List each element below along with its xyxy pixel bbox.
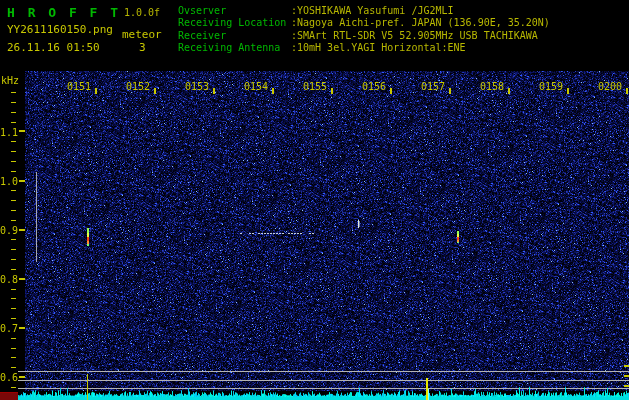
freq-tick-label: 0.6 [0,372,19,383]
info-label: Ovserver [178,5,291,16]
info-value: :10mH 3el.YAGI Horizontal:ENE [291,42,466,53]
freq-axis-unit: kHz [1,76,19,86]
time-tick-label: 0151 [59,81,91,92]
freq-tick-label: 0.8 [0,274,19,285]
station-info-row: Ovserver:YOSHIKAWA Yasufumi /JG2MLI [178,5,454,17]
spectrogram-canvas [0,0,629,400]
freq-tick-label: 1.1 [0,127,19,138]
output-filename: YY2611160150.png [7,24,113,35]
mode-label: meteor [122,29,162,40]
time-tick-label: 0154 [236,81,268,92]
info-value: :Nagoya Aichi-pref. JAPAN (136.90E, 35.2… [291,17,550,28]
freq-tick-label: 1.0 [0,176,19,187]
time-tick-label: 0157 [413,81,445,92]
station-info-row: Receiving Location:Nagoya Aichi-pref. JA… [178,17,550,29]
freq-tick-label: 0.9 [0,225,19,236]
time-tick-label: 0156 [354,81,386,92]
app-title: H R O F F T [7,6,121,19]
info-label: Receiver [178,30,291,41]
time-tick-label: 0152 [118,81,150,92]
time-tick-label: 0153 [177,81,209,92]
time-tick-label: 0200 [590,81,622,92]
time-tick-label: 0159 [531,81,563,92]
meteor-count: 3 [139,42,146,53]
info-label: Receiving Antenna [178,42,291,53]
station-info-row: Receiving Antenna:10mH 3el.YAGI Horizont… [178,42,466,54]
app-version: 1.0.0f [124,8,160,18]
info-value: :SMArt RTL-SDR V5 52.905MHz USB TACHIKAW… [291,30,538,41]
info-label: Receiving Location [178,17,291,28]
datetime-label: 26.11.16 01:50 [7,42,100,53]
time-tick-label: 0155 [295,81,327,92]
station-info-row: Receiver:SMArt RTL-SDR V5 52.905MHz USB … [178,30,538,42]
hrofft-window: H R O F F T 1.0.0f YY2611160150.png mete… [0,0,629,400]
info-value: :YOSHIKAWA Yasufumi /JG2MLI [291,5,454,16]
time-tick-label: 0158 [472,81,504,92]
freq-tick-label: 0.7 [0,323,19,334]
